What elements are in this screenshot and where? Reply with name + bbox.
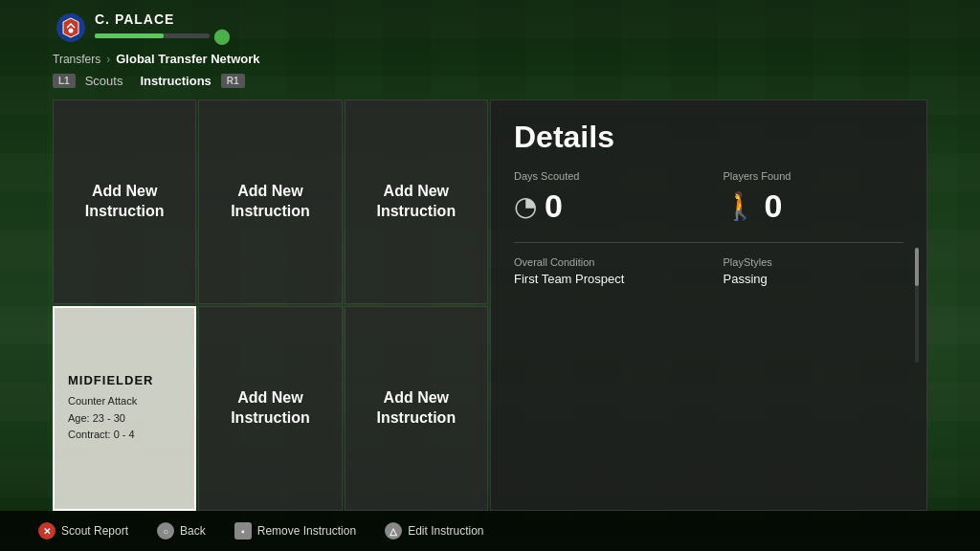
instruction-cell-3[interactable]: Add NewInstruction [345, 99, 488, 304]
tab-right-btn[interactable]: R1 [221, 74, 245, 88]
playstyles-col: PlayStyles Passing [724, 256, 904, 286]
breadcrumb: Transfers › Global Transfer Network [0, 46, 980, 66]
tab-instructions[interactable]: Instructions [132, 72, 218, 90]
days-scouted-col: Days Scouted ◔ 0 [514, 170, 695, 225]
details-info-row: Overall Condition First Team Prospect Pl… [514, 256, 903, 286]
overall-condition-label: Overall Condition [514, 256, 695, 268]
instruction-cell-6[interactable]: Add NewInstruction [345, 306, 488, 511]
tab-bar: L1 Scouts Instructions R1 [0, 66, 980, 90]
add-label-6: Add NewInstruction [367, 379, 465, 438]
days-scouted-label: Days Scouted [514, 170, 695, 182]
club-badge [53, 10, 89, 46]
x-button-icon: ✕ [38, 522, 56, 540]
divider [514, 242, 903, 243]
details-stats-row: Days Scouted ◔ 0 Players Found 🚶 0 [514, 170, 903, 225]
scroll-track [915, 248, 919, 363]
scout-report-action[interactable]: ✕ Scout Report [38, 522, 128, 540]
players-found-label: Players Found [724, 170, 904, 182]
instruction-cell-2[interactable]: Add NewInstruction [198, 99, 342, 304]
svg-point-1 [69, 29, 74, 33]
instruction-cell-5[interactable]: Add NewInstruction [198, 306, 342, 511]
midfielder-contract: Contract: 0 - 4 [68, 427, 181, 444]
circle-button-icon: ○ [157, 522, 174, 540]
edit-label: Edit Instruction [408, 524, 483, 538]
instruction-cell-1[interactable]: Add NewInstruction [53, 99, 196, 304]
players-found-value: 0 [765, 187, 783, 225]
progress-bar [95, 33, 164, 38]
midfielder-age: Age: 23 - 30 [68, 410, 181, 428]
overall-condition-col: Overall Condition First Team Prospect [514, 256, 695, 286]
midfielder-info: MIDFIELDER Counter Attack Age: 23 - 30 C… [55, 360, 194, 457]
scroll-thumb [915, 248, 919, 286]
back-label: Back [180, 524, 206, 538]
instructions-grid: Add NewInstruction Add NewInstruction Ad… [53, 99, 488, 511]
scout-report-label: Scout Report [61, 524, 128, 538]
player-icon: 🚶 [724, 190, 757, 222]
add-label-3: Add NewInstruction [367, 172, 465, 231]
back-action[interactable]: ○ Back [157, 522, 206, 540]
playstyles-value: Passing [724, 272, 904, 286]
breadcrumb-current: Global Transfer Network [116, 52, 259, 66]
edit-action[interactable]: △ Edit Instruction [385, 522, 483, 540]
add-label-5: Add NewInstruction [221, 379, 320, 438]
star-icon: ⬤ [213, 27, 231, 45]
tab-left-btn[interactable]: L1 [53, 74, 76, 88]
tab-scouts[interactable]: Scouts [78, 72, 131, 90]
details-title: Details [514, 120, 903, 155]
remove-label: Remove Instruction [257, 524, 356, 538]
details-panel: Details Days Scouted ◔ 0 Players Found 🚶… [490, 99, 927, 511]
club-name: C. PALACE [95, 11, 231, 27]
remove-action[interactable]: ▪ Remove Instruction [234, 522, 356, 540]
breadcrumb-parent[interactable]: Transfers [53, 53, 100, 66]
bottom-bar: ✕ Scout Report ○ Back ▪ Remove Instructi… [0, 511, 980, 551]
add-label-2: Add NewInstruction [221, 172, 320, 231]
overall-condition-value: First Team Prospect [514, 272, 695, 286]
midfielder-title: MIDFIELDER [68, 373, 181, 387]
midfielder-style: Counter Attack [68, 393, 181, 410]
square-button-icon: ▪ [234, 522, 252, 540]
clock-icon: ◔ [514, 190, 537, 222]
breadcrumb-chevron: › [106, 53, 110, 66]
add-label-1: Add NewInstruction [76, 172, 174, 231]
days-scouted-value: 0 [545, 187, 563, 225]
playstyles-label: PlayStyles [724, 256, 904, 268]
manager-badge: ⬤ [95, 27, 231, 45]
triangle-button-icon: △ [385, 522, 402, 540]
instruction-cell-4[interactable]: MIDFIELDER Counter Attack Age: 23 - 30 C… [53, 306, 196, 511]
players-found-col: Players Found 🚶 0 [724, 170, 904, 225]
